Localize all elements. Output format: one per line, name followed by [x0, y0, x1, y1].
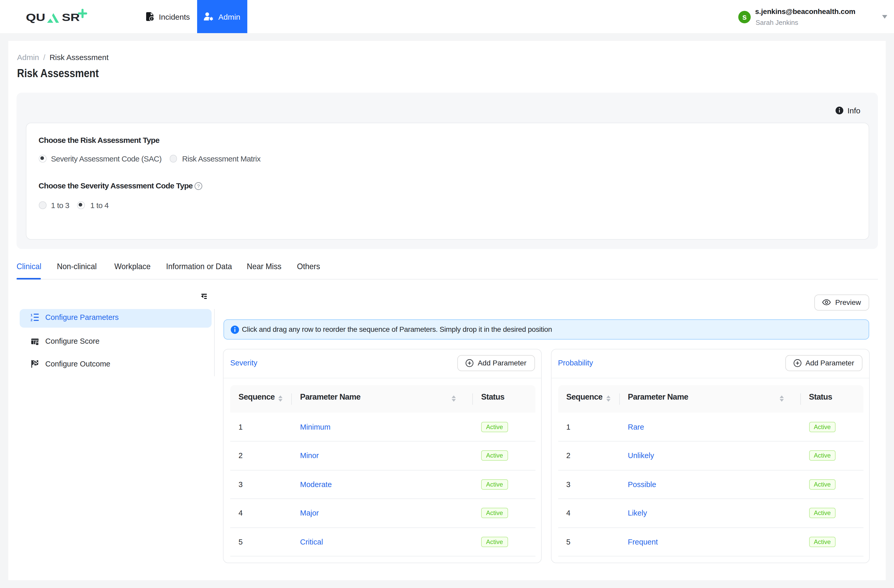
svg-text:SR: SR: [62, 11, 80, 23]
svg-text:1: 1: [30, 313, 32, 317]
svg-text:?: ?: [197, 183, 200, 189]
svg-text:2: 2: [30, 318, 32, 322]
svg-text:QU: QU: [26, 11, 45, 23]
